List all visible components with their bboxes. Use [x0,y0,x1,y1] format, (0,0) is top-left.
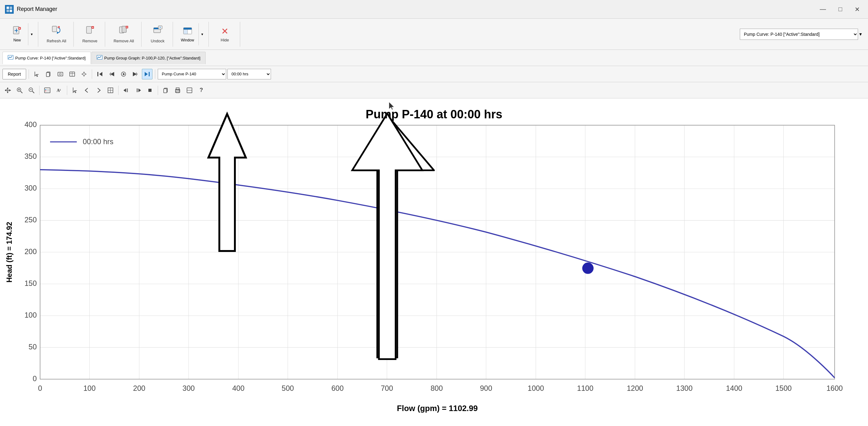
hide-button[interactable]: ✕ Hide [213,23,237,46]
refresh-all-button[interactable]: Refresh All [42,23,71,46]
properties-icon[interactable] [79,69,89,79]
svg-rect-46 [97,72,98,76]
minimize-button[interactable]: — [817,4,829,14]
svg-text:200: 200 [133,384,145,392]
svg-rect-84 [176,88,179,90]
svg-marker-45 [99,72,102,76]
window-dropdown-arrow[interactable]: ▾ [198,23,206,46]
tab-pump-curve[interactable]: Pump Curve: P-140 ["Active":Standard] [2,52,91,64]
remove-button[interactable]: Remove [78,23,102,46]
new-dropdown-arrow[interactable]: ▾ [28,23,35,46]
remove-all-button[interactable]: Remove All [109,23,139,46]
legend-icon[interactable] [42,85,53,95]
hide-icon: ✕ [221,26,228,36]
sep4 [39,86,39,95]
step-left-icon[interactable] [121,85,132,95]
svg-rect-28 [188,30,192,34]
svg-marker-48 [109,72,111,76]
window-label: Window [181,38,194,42]
chart-toolbar-row2: Aa ? [0,82,868,98]
chart-title: Pump P-140 at 00:00 hrs [366,108,502,121]
svg-text:Flow (gpm) = 1102.99: Flow (gpm) = 1102.99 [397,404,478,413]
svg-marker-11 [57,31,59,34]
resize-icon[interactable] [105,85,116,95]
zoom-in-icon[interactable] [14,85,25,95]
svg-text:0: 0 [33,375,37,383]
new-icon [12,26,22,37]
svg-rect-54 [149,72,150,76]
undock-group: Undock [143,22,173,47]
print-icon[interactable] [173,85,183,95]
sep1 [29,69,29,79]
svg-text:300: 300 [25,184,37,192]
remove-all-label: Remove All [114,38,134,43]
report-button[interactable]: Report [2,69,26,79]
tab-pump-group[interactable]: Pump Group Graph: P-100,P-120, ["Active"… [91,52,206,64]
svg-rect-82 [164,89,167,93]
svg-text:1500: 1500 [775,384,792,392]
new-main[interactable]: New [6,23,28,46]
label-icon[interactable]: Aa [54,85,64,95]
undock-button[interactable]: Undock [145,23,170,46]
svg-text:900: 900 [480,384,492,392]
new-split-button[interactable]: New ▾ [6,23,35,46]
forward-icon[interactable] [93,85,104,95]
refresh-group: Refresh All [39,22,74,47]
svg-text:1000: 1000 [528,384,544,392]
fit-icon[interactable] [184,85,195,95]
svg-rect-79 [136,88,138,92]
step-forward-icon[interactable] [130,69,141,79]
window-main[interactable]: Window [177,23,198,46]
go-to-start-icon[interactable] [95,69,105,79]
svg-marker-52 [136,72,138,76]
svg-text:500: 500 [282,384,294,392]
svg-point-86 [179,90,180,90]
pan-icon[interactable] [2,85,13,95]
tab-pump-curve-label: Pump Curve: P-140 ["Active":Standard] [15,56,86,60]
svg-rect-3 [10,10,12,12]
copy2-icon[interactable] [160,85,171,95]
tab-pump-group-label: Pump Group Graph: P-100,P-120, ["Active"… [104,56,200,60]
stop-icon[interactable] [145,85,155,95]
svg-rect-35 [58,72,63,76]
svg-marker-50 [123,73,125,75]
refresh-all-label: Refresh All [46,38,66,43]
svg-text:200: 200 [25,248,37,256]
undock-icon [153,25,163,37]
remove-label: Remove [83,38,97,43]
sep2 [92,69,92,79]
svg-text:00:00 hrs: 00:00 hrs [83,138,113,146]
time-selector[interactable]: 00:00 hrs [227,69,271,79]
svg-text:100: 100 [83,384,95,392]
restore-button[interactable]: □ [835,4,845,14]
step-back-icon[interactable] [106,69,117,79]
screenshot-icon[interactable] [55,69,66,79]
title-bar: Report Manager — □ ✕ [0,0,868,19]
dropdown-expand-icon[interactable]: ▾ [859,31,862,37]
step-right-icon[interactable] [133,85,144,95]
pointer-icon[interactable] [70,85,80,95]
hide-label: Hide [221,38,229,42]
tab-bar: Pump Curve: P-140 ["Active":Standard] Pu… [0,50,868,66]
new-group: New ▾ [4,22,38,47]
copy-icon[interactable] [43,69,54,79]
svg-rect-0 [6,6,9,9]
zoom-out-icon[interactable] [26,85,37,95]
curve-selector[interactable]: Pump Curve P-140 [158,69,226,79]
svg-text:600: 600 [331,384,343,392]
select-mode-icon[interactable] [31,69,42,79]
back-icon[interactable] [82,85,92,95]
help-icon[interactable]: ? [196,85,207,95]
go-to-end-icon[interactable] [142,69,152,79]
svg-rect-6 [16,29,17,32]
app-icon [5,5,14,14]
animate-icon[interactable] [118,69,129,79]
svg-rect-77 [127,88,128,92]
svg-text:Head (ft) = 174.92: Head (ft) = 174.92 [5,222,13,282]
window-split-button[interactable]: Window ▾ [177,23,206,46]
close-button[interactable]: ✕ [851,4,863,14]
window-icon [183,26,193,37]
table-view-icon[interactable] [67,69,78,79]
remove-group: Remove [75,22,105,47]
report-selector-dropdown[interactable]: Pump Curve: P-140 ["Active":Standard] [740,29,858,40]
